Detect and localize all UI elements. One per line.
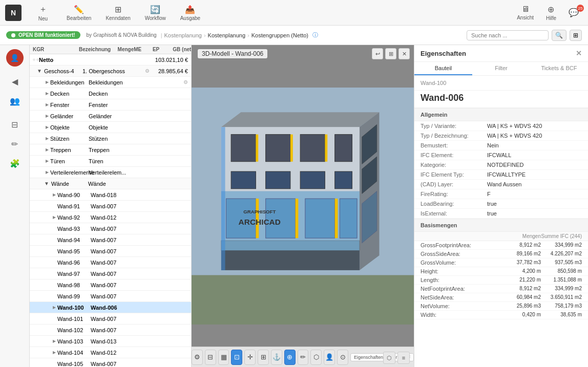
properties-close-button[interactable]: ✕ bbox=[576, 49, 582, 57]
table-row-geschoss4[interactable]: ▼ Geschoss-4 1. Obergeschoss ⚙ 28.985,64… bbox=[30, 66, 191, 77]
expand-icon-tueren[interactable]: ▶ bbox=[44, 158, 50, 164]
grid-view-button[interactable]: ⊞ bbox=[570, 30, 582, 41]
sidebar-icon-layers[interactable]: ⊟ bbox=[6, 116, 24, 133]
table-row-wand95[interactable]: Wand-95 Wand-007 bbox=[30, 246, 191, 257]
list-view-button[interactable]: ≡ bbox=[397, 352, 410, 364]
table-row-wand93[interactable]: Wand-93 Wand-007 bbox=[30, 223, 191, 234]
table-row-wand100[interactable]: ▶ Wand-100 Wand-006 bbox=[30, 302, 191, 313]
table-row-wand97[interactable]: Wand-97 Wand-007 bbox=[30, 268, 191, 279]
box-select-button[interactable]: ⊡ bbox=[231, 350, 242, 365]
close-view-button[interactable]: ✕ bbox=[398, 48, 410, 59]
3d-view-button[interactable]: ⬡ bbox=[383, 352, 395, 364]
sidebar-icon-plugin[interactable]: 🧩 bbox=[6, 155, 24, 172]
expand-icon-netto[interactable]: ○ ○ bbox=[33, 57, 39, 63]
gear-icon-geschoss4[interactable]: ⚙ bbox=[145, 68, 150, 74]
table-row-wand102[interactable]: Wand-102 Wand-007 bbox=[30, 325, 191, 336]
expand-icon-fenster[interactable]: ▶ bbox=[44, 102, 50, 108]
filter-button[interactable]: ▦ bbox=[218, 350, 229, 365]
table-row-wand94[interactable]: Wand-94 Wand-007 bbox=[30, 234, 191, 246]
expand-icon-gelaender[interactable]: ▶ bbox=[44, 113, 50, 119]
table-row-wand96[interactable]: Wand-96 Wand-007 bbox=[30, 257, 191, 268]
cube-button[interactable]: ⬡ bbox=[310, 350, 322, 365]
table-row-objekte[interactable]: ▶ Objekte Objekte bbox=[30, 122, 191, 133]
basis-key: GrossSideArea: bbox=[421, 251, 500, 257]
move-button[interactable]: ✛ bbox=[244, 350, 256, 365]
expand-icon-verteiler[interactable]: ▶ bbox=[44, 169, 50, 176]
edit-button[interactable]: ✏️ Bearbeiten bbox=[60, 3, 97, 23]
table-row-fenster[interactable]: ▶ Fenster Fenster bbox=[30, 99, 191, 111]
table-row-wand98[interactable]: Wand-98 Wand-007 bbox=[30, 279, 191, 291]
table-row-treppen[interactable]: ▶ Treppen Treppen bbox=[30, 144, 191, 156]
objekte-bez: Objekte bbox=[89, 124, 188, 131]
pencil-button[interactable]: ✏ bbox=[298, 350, 309, 365]
wand94-kgr: Wand-94 bbox=[57, 237, 91, 243]
search-button[interactable]: 🔍 bbox=[552, 30, 566, 41]
wand104-kgr: Wand-104 bbox=[57, 350, 91, 356]
sidebar-icon-arrow[interactable]: ◀ bbox=[6, 73, 24, 90]
anchor-button[interactable]: ⚓ bbox=[271, 350, 282, 365]
expand-icon-decken[interactable]: ▶ bbox=[44, 91, 50, 97]
sidebar-icon-users[interactable]: 👥 bbox=[6, 92, 24, 110]
compass-button[interactable]: ⊙ bbox=[337, 350, 348, 365]
workflow-button[interactable]: 🔄 Workflow bbox=[139, 3, 172, 23]
nav-root[interactable]: Kostenplanung bbox=[164, 32, 202, 38]
new-button[interactable]: ＋ Neu bbox=[28, 2, 58, 24]
highlight-button[interactable]: ⊕ bbox=[284, 350, 296, 365]
tab-filter[interactable]: Filter bbox=[472, 62, 530, 75]
collapse-icon-geschoss4[interactable]: ▼ bbox=[37, 68, 42, 74]
wand95-kgr: Wand-95 bbox=[57, 248, 91, 254]
table-row-wand99[interactable]: Wand-99 Wand-007 bbox=[30, 291, 191, 302]
search-input[interactable] bbox=[467, 30, 549, 40]
expand-icon-wand103[interactable]: ▶ bbox=[51, 338, 57, 344]
expand-icon-wand104[interactable]: ▶ bbox=[51, 350, 57, 356]
help-button[interactable]: ⊕ Hilfe bbox=[542, 3, 560, 23]
sidebar-icon-edit[interactable]: ✏ bbox=[6, 135, 24, 153]
table-row-decken[interactable]: ▶ Decken Decken bbox=[30, 88, 191, 99]
layers-button[interactable]: ⊟ bbox=[205, 350, 216, 365]
undo-button[interactable]: ↩ bbox=[372, 48, 383, 59]
table-row-verteiler[interactable]: ▶ Verteilerelemente Verteilerelem... bbox=[30, 167, 191, 178]
expand-icon-wand90[interactable]: ▶ bbox=[51, 192, 57, 198]
view-button[interactable]: 🖥 Ansicht bbox=[513, 3, 538, 23]
table-row-wand91[interactable]: Wand-91 Wand-007 bbox=[30, 201, 191, 212]
expand-icon-bekleidungen[interactable]: ▶ bbox=[44, 79, 50, 85]
table-row-tueren[interactable]: ▶ Türen Türen bbox=[30, 156, 191, 167]
table-row-wand90[interactable]: ▶ Wand-90 Wand-018 bbox=[30, 189, 191, 201]
table-row-wand105[interactable]: Wand-105 Wand-007 bbox=[30, 358, 191, 367]
gear-icon-bekleidungen[interactable]: ⚙ bbox=[183, 79, 188, 85]
output-button[interactable]: 📤 Ausgabe bbox=[174, 3, 206, 23]
nav-active[interactable]: Kostenplanung bbox=[208, 32, 245, 38]
properties-button[interactable]: ⊞ Kenndaten bbox=[99, 3, 136, 23]
expand-icon-stuetzen[interactable]: ▶ bbox=[44, 136, 50, 142]
expand-icon-wand92[interactable]: ▶ bbox=[51, 214, 57, 221]
basis-row: GrossVolume:37,782 m3937,505 m3 bbox=[414, 258, 588, 267]
open-bim-dot bbox=[11, 33, 15, 37]
table-row-wand92[interactable]: ▶ Wand-92 Wand-012 bbox=[30, 212, 191, 223]
notifications-button[interactable]: 💬 25 bbox=[564, 6, 583, 19]
expand-view-button[interactable]: ⊞ bbox=[385, 48, 396, 59]
property-value: WA | KS + WDVS 420 bbox=[487, 123, 582, 129]
person-button[interactable]: 👤 bbox=[324, 350, 335, 365]
user-avatar[interactable]: 👤 bbox=[6, 49, 24, 67]
expand-icon-wand100[interactable]: ▶ bbox=[51, 305, 57, 311]
table-row-gelaender[interactable]: ▶ Geländer Geländer bbox=[30, 111, 191, 122]
table-row-wand103[interactable]: ▶ Wand-103 Wand-013 bbox=[30, 336, 191, 347]
tab-bauteil[interactable]: Bauteil bbox=[414, 62, 472, 75]
expand-icon-objekte[interactable]: ▶ bbox=[44, 124, 50, 131]
netto-value: 103.021,10 € bbox=[150, 57, 188, 63]
select-button[interactable]: ⊞ bbox=[258, 350, 269, 365]
table-row-wand101[interactable]: Wand-101 Wand-007 bbox=[30, 313, 191, 325]
tab-tickets-bcf[interactable]: Tickets & BCF bbox=[530, 62, 588, 75]
table-row-netto[interactable]: ○ ○ Netto 103.021,10 € bbox=[30, 54, 191, 66]
svg-rect-33 bbox=[221, 127, 225, 270]
main-area: 👤 ◀ 👥 ⊟ ✏ 🧩 KGR Bezeichnung Menge ME EP … bbox=[0, 45, 588, 367]
settings-button[interactable]: ⚙ bbox=[192, 350, 203, 365]
expand-icon-waende[interactable]: ▼ bbox=[44, 181, 49, 186]
table-row-waende[interactable]: ▼ Wände Wände bbox=[30, 178, 191, 189]
table-row-wand104[interactable]: ▶ Wand-104 Wand-012 bbox=[30, 347, 191, 358]
expand-icon-treppen[interactable]: ▶ bbox=[44, 147, 50, 153]
basis-val1: 4,200 m bbox=[500, 268, 541, 274]
table-row-bekleidungen[interactable]: ▶ Bekleidungen Bekleidungen ⚙ bbox=[30, 77, 191, 88]
table-row-stuetzen[interactable]: ▶ Stützen Stützen bbox=[30, 133, 191, 144]
property-row: (CAD) Layer:Wand Aussen bbox=[414, 180, 588, 189]
